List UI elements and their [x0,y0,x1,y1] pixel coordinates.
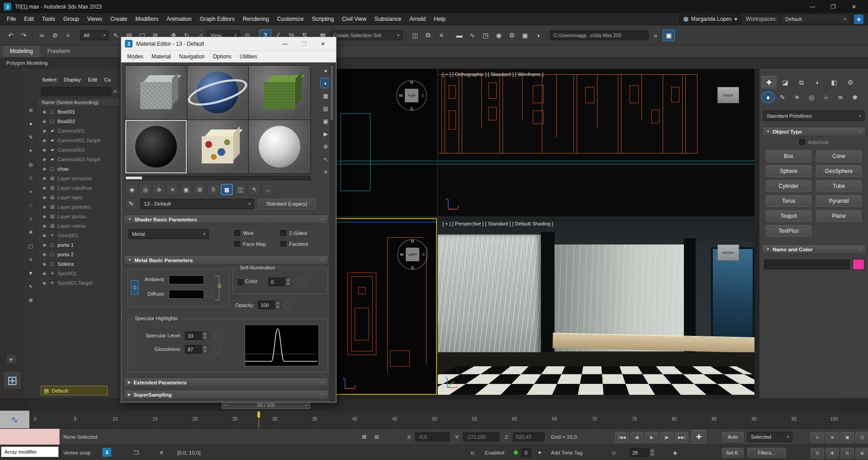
time-tag-key-icon[interactable]: ✦ [537,448,542,458]
specular-level-spinner[interactable]: 33 ▲▼ [185,331,208,340]
user-account-menu[interactable]: Margarida Lopes ▾ [679,14,741,25]
ambient-color-swatch[interactable] [169,275,204,284]
menu-item-rendering[interactable]: Rendering [239,13,273,25]
visibility-eye-icon[interactable]: ◉ [42,138,47,143]
toggle-layer-explorer-icon[interactable]: ≡ [435,29,447,41]
scrollbar-handle[interactable] [331,66,333,120]
scene-item-porta-2[interactable]: ◉▢porta 2 [38,249,120,259]
absolute-mode-icon[interactable]: ⊞ [375,432,379,442]
undo-icon[interactable]: ↶ [5,29,17,41]
visibility-eye-icon[interactable]: ◉ [42,252,47,257]
sample-grass-cube-slot[interactable] [249,66,310,120]
display-tab-icon[interactable]: ◧ [826,76,842,89]
bind-to-space-warp-icon[interactable]: ≈ [62,29,74,41]
assign-material-to-selection-icon[interactable]: ⊛ [153,184,165,195]
menu-item-material[interactable]: Material [147,51,175,62]
material-editor-icon[interactable]: ◉ [493,29,505,41]
toggle-ribbon-icon[interactable]: ▬ [453,29,465,41]
object-type-rollout[interactable]: ▼ Object Type ▪▪ [762,127,866,136]
previous-frame-arrow-icon[interactable]: ‹ [225,402,227,407]
visibility-eye-icon[interactable]: ◉ [42,157,47,162]
object-type-sphere-button[interactable]: Sphere [766,165,811,177]
rendered-frame-window-icon[interactable]: ▣ [519,29,531,41]
motion-tab-icon[interactable]: ◐ [810,76,825,89]
z-coordinate-field[interactable]: 520,47 [513,432,545,441]
object-type-cone-button[interactable]: Cone [816,150,862,162]
spinner-arrows-icon[interactable]: ▲▼ [202,331,208,340]
scene-item-camera003-target[interactable]: ◉▰Camera003.Target [38,154,120,164]
set-key-button[interactable]: Set K. [722,448,744,458]
y-coordinate-field[interactable]: -172,092 [463,432,499,441]
menu-item-edit[interactable]: Edit [85,75,100,84]
viewport-label[interactable]: [ + ] [ Perspective ] [ Standard ] [ Def… [442,221,553,226]
shader-basic-rollout[interactable]: ▼ Shader Basic Parameters ▪▪ [124,215,328,224]
find-icon[interactable]: ↖ [25,282,36,292]
sign-in-icon[interactable]: ◈ [854,14,863,24]
clear-search-icon[interactable]: ✕ [113,89,117,95]
menu-item-group[interactable]: Group [59,13,83,25]
scene-item-spot001-target[interactable]: ◉☀Spot001.Target [38,278,120,288]
maxscript-mini-listener[interactable] [0,429,60,445]
object-type-box-button[interactable]: Box [766,150,811,162]
snap-indicator-icon[interactable]: ∪ [470,448,474,458]
display-shapes-icon[interactable]: ✎ [25,132,36,142]
geometry-category-icon[interactable]: ● [761,91,775,103]
object-type-plane-button[interactable]: Plane [816,210,862,222]
zoom-region-icon[interactable]: ⊡ [811,448,824,459]
two-sided-checkbox[interactable] [280,230,286,236]
menu-item-customize[interactable]: Customize [273,13,308,25]
put-material-to-scene-icon[interactable]: ◎ [139,184,152,195]
menu-item-help[interactable]: Help [430,13,450,25]
viewport-perspective[interactable]: [ + ] [ Perspective ] [ Standard ] [ Def… [438,218,754,395]
helpers-category-icon[interactable]: ⊹ [819,91,833,103]
spinner-arrows-icon[interactable]: ▲▼ [275,301,281,309]
zoom-icon[interactable]: ⊙ [811,432,824,443]
sample-scrollbar-horizontal[interactable] [125,176,311,180]
visibility-eye-icon[interactable]: ◉ [42,224,47,228]
close-icon[interactable]: ✕ [159,448,164,458]
visibility-eye-icon[interactable]: ◉ [42,195,47,200]
menu-item-modes[interactable]: Modes [123,51,147,62]
scene-item-box001[interactable]: ◉▢Box001 [38,107,120,116]
pan-view-icon[interactable]: ✥ [825,448,839,459]
visibility-eye-icon[interactable]: ◉ [42,271,47,276]
menu-item-substance[interactable]: Substance [370,13,405,25]
mirror-icon[interactable]: ◫ [409,29,421,41]
selection-lock-icon[interactable]: ⊠ [362,432,366,442]
go-to-parent-icon[interactable]: ↰ [248,184,260,195]
play-animation-icon[interactable]: ▶ [645,432,659,443]
render-production-icon[interactable]: ◑ [532,29,544,41]
menu-item-create[interactable]: Create [106,13,132,25]
sample-concrete-cube-slot[interactable] [125,66,187,120]
scene-item-porta-1[interactable]: ◉▢porta 1 [38,240,120,249]
modify-tab-icon[interactable]: ◪ [778,76,793,89]
menu-item-display[interactable]: Display [61,75,84,84]
orbit-view-icon[interactable]: ↻ [840,448,854,459]
expand-panel-button[interactable]: ▶ [6,354,16,364]
scene-item-layer-vidros[interactable]: ◉▤Layer:vidros [38,221,120,230]
object-name-input[interactable] [764,259,850,269]
viewcube[interactable]: FACE [717,87,739,103]
opacity-spinner[interactable]: 100 ▲▼ [258,301,281,309]
display-lights-icon[interactable]: ☀ [25,146,36,156]
maximize-button[interactable]: ❐ [823,0,844,13]
spinner-arrows-icon[interactable]: ▲▼ [202,345,208,354]
unlink-selection-icon[interactable]: ⊘ [49,29,61,41]
utilities-tab-icon[interactable]: ⚙ [843,76,858,89]
key-filters-icon[interactable]: ◈ [673,448,677,458]
material-editor-titlebar[interactable]: 3 Material Editor - 13 - Default — ❐ ✕ [121,37,336,51]
minimize-button[interactable]: — [275,37,294,51]
curve-editor-icon[interactable]: ∿ [466,29,479,41]
close-button[interactable]: ✕ [313,37,332,51]
zoom-all-icon[interactable]: ⊛ [825,432,839,443]
menu-item-modifiers[interactable]: Modifiers [131,13,162,25]
current-frame-marker[interactable] [257,412,260,417]
material-editor-dialog[interactable]: 3 Material Editor - 13 - Default — ❐ ✕ M… [121,37,337,402]
key-filters-button[interactable]: Filters... [747,448,786,458]
zoom-extents-all-icon[interactable]: ◳ [855,432,868,443]
object-type-tube-button[interactable]: Tube [816,180,862,192]
current-frame-spinner[interactable]: 28 ▲▼ [630,448,655,457]
display-cameras-icon[interactable]: ◎ [25,159,36,169]
scene-item-box002[interactable]: ◉▢Box002 [38,116,120,126]
menu-item-animation[interactable]: Animation [162,13,196,25]
